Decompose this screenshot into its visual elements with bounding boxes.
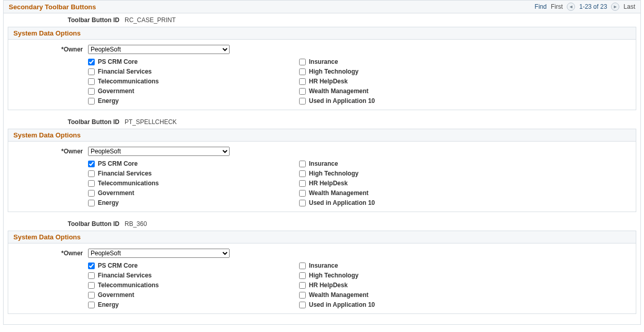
checkbox-row: Used in Application 10 (299, 199, 510, 206)
option-label: Wealth Management (309, 291, 369, 299)
checkbox-row: Wealth Management (299, 189, 510, 197)
toolbar-button-id-row: Toolbar Button IDPT_SPELLCHECK (4, 115, 640, 129)
option-checkbox[interactable] (88, 200, 95, 206)
checkbox-row: Telecommunications (88, 282, 299, 289)
checkbox-row: Energy (88, 97, 299, 104)
toolbar-button-id-value: PT_SPELLCHECK (125, 118, 177, 126)
checkbox-row: High Technology (299, 68, 510, 75)
owner-row: *OwnerPeopleSoft (8, 247, 636, 260)
option-label: HR HelpDesk (309, 78, 347, 85)
option-label: Financial Services (98, 68, 152, 75)
option-checkbox[interactable] (88, 272, 95, 279)
option-checkbox[interactable] (299, 68, 306, 75)
grid-nav: Find First ◄ 1-23 of 23 ► Last (535, 3, 635, 11)
checkbox-row: Telecommunications (88, 180, 299, 187)
owner-select[interactable]: PeopleSoft (88, 147, 230, 156)
checkbox-row: Used in Application 10 (299, 97, 510, 104)
option-label: Government (98, 88, 134, 95)
option-checkbox[interactable] (299, 88, 306, 95)
system-data-options-header: System Data Options (8, 27, 636, 40)
next-arrow-icon[interactable]: ► (611, 3, 619, 11)
last-link[interactable]: Last (623, 3, 635, 10)
option-label: PS CRM Core (98, 58, 137, 65)
first-link[interactable]: First (551, 3, 563, 10)
system-data-options-body: *OwnerPeopleSoftPS CRM CoreFinancial Ser… (8, 142, 636, 212)
checkbox-row: PS CRM Core (88, 160, 299, 167)
option-label: Financial Services (98, 272, 152, 279)
find-link[interactable]: Find (535, 3, 547, 10)
option-label: High Technology (309, 272, 358, 279)
option-checkbox[interactable] (299, 170, 306, 177)
option-checkbox[interactable] (88, 78, 95, 85)
option-checkbox[interactable] (299, 200, 306, 206)
checkbox-columns: PS CRM CoreFinancial ServicesTelecommuni… (8, 158, 636, 206)
grid-header: Secondary Toolbar Buttons Find First ◄ 1… (3, 0, 641, 13)
checkbox-row: High Technology (299, 272, 510, 279)
option-checkbox[interactable] (299, 263, 306, 269)
toolbar-button-id-label: Toolbar Button ID (4, 118, 125, 126)
owner-select[interactable]: PeopleSoft (88, 45, 230, 54)
option-checkbox[interactable] (88, 68, 95, 75)
checkbox-row: Insurance (299, 160, 510, 167)
system-data-options-body: *OwnerPeopleSoftPS CRM CoreFinancial Ser… (8, 243, 636, 314)
toolbar-button-id-label: Toolbar Button ID (4, 220, 125, 228)
option-checkbox[interactable] (299, 272, 306, 279)
checkbox-row: Financial Services (88, 272, 299, 279)
option-checkbox[interactable] (88, 302, 95, 308)
option-label: Insurance (309, 262, 338, 269)
checkbox-column: PS CRM CoreFinancial ServicesTelecommuni… (8, 260, 299, 308)
checkbox-column: PS CRM CoreFinancial ServicesTelecommuni… (8, 56, 299, 104)
checkbox-row: Energy (88, 301, 299, 308)
checkbox-row: Financial Services (88, 170, 299, 177)
option-checkbox[interactable] (88, 88, 95, 95)
option-label: Government (98, 189, 134, 197)
option-checkbox[interactable] (88, 170, 95, 177)
option-checkbox[interactable] (299, 59, 306, 65)
option-checkbox[interactable] (299, 190, 306, 197)
system-data-options-header: System Data Options (8, 231, 636, 243)
checkbox-row: Energy (88, 199, 299, 206)
toolbar-button-id-row: Toolbar Button IDRB_360 (4, 217, 640, 231)
owner-row: *OwnerPeopleSoft (8, 145, 636, 158)
owner-label: *Owner (8, 250, 88, 257)
option-checkbox[interactable] (88, 282, 95, 289)
row-counter: 1-23 of 23 (579, 3, 607, 10)
checkbox-row: Wealth Management (299, 88, 510, 95)
prev-arrow-icon[interactable]: ◄ (567, 3, 575, 11)
records-container: Toolbar Button IDRC_CASE_PRINTSystem Dat… (3, 13, 641, 325)
option-checkbox[interactable] (299, 78, 306, 85)
checkbox-column: InsuranceHigh TechnologyHR HelpDeskWealt… (299, 260, 510, 308)
option-checkbox[interactable] (88, 292, 95, 299)
grid-title: Secondary Toolbar Buttons (9, 3, 96, 11)
option-checkbox[interactable] (299, 180, 306, 187)
option-label: Telecommunications (98, 282, 159, 289)
option-label: Telecommunications (98, 180, 159, 187)
checkbox-column: PS CRM CoreFinancial ServicesTelecommuni… (8, 158, 299, 206)
option-checkbox[interactable] (88, 190, 95, 197)
option-label: Government (98, 291, 134, 299)
checkbox-row: Financial Services (88, 68, 299, 75)
option-label: PS CRM Core (98, 160, 137, 167)
option-checkbox[interactable] (299, 282, 306, 289)
option-label: HR HelpDesk (309, 282, 347, 289)
toolbar-button-id-value: RC_CASE_PRINT (125, 16, 176, 24)
option-label: Energy (98, 199, 119, 206)
option-label: PS CRM Core (98, 262, 137, 269)
option-checkbox[interactable] (88, 98, 95, 104)
option-label: Insurance (309, 160, 338, 167)
option-checkbox[interactable] (88, 161, 95, 167)
option-checkbox[interactable] (299, 292, 306, 299)
checkbox-row: HR HelpDesk (299, 282, 510, 289)
option-label: Wealth Management (309, 88, 369, 95)
owner-select[interactable]: PeopleSoft (88, 249, 230, 258)
option-checkbox[interactable] (88, 180, 95, 187)
checkbox-column: InsuranceHigh TechnologyHR HelpDeskWealt… (299, 158, 510, 206)
option-checkbox[interactable] (299, 98, 306, 104)
option-checkbox[interactable] (299, 161, 306, 167)
option-label: Energy (98, 301, 119, 308)
option-checkbox[interactable] (299, 302, 306, 308)
checkbox-row: HR HelpDesk (299, 78, 510, 85)
toolbar-button-id-row: Toolbar Button IDRC_CASE_PRINT (4, 13, 640, 27)
option-checkbox[interactable] (88, 263, 95, 269)
option-checkbox[interactable] (88, 59, 95, 65)
